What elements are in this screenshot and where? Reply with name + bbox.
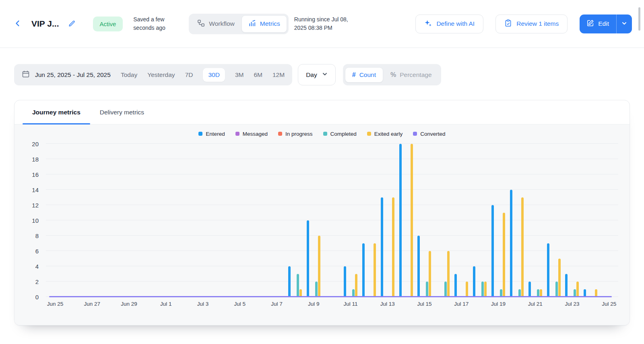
bar-exited-early[interactable]	[576, 282, 579, 297]
preset-6m[interactable]: 6M	[254, 68, 262, 82]
bar-group	[433, 144, 452, 297]
bar-entered[interactable]	[399, 144, 402, 297]
bar-entered[interactable]	[491, 205, 494, 297]
percentage-label: Percentage	[400, 71, 431, 79]
bar-exited-early[interactable]	[411, 144, 413, 297]
legend-label: Messaged	[243, 131, 268, 137]
x-tick-spacer	[508, 301, 526, 307]
bar-completed[interactable]	[297, 274, 299, 297]
x-tick-spacer	[433, 301, 452, 307]
edit-button[interactable]: Edit	[580, 15, 616, 33]
hash-icon: #	[352, 71, 356, 79]
preset-3m[interactable]: 3M	[235, 68, 244, 82]
y-tick-label: 2	[35, 278, 39, 285]
legend-item-entered[interactable]: Entered	[198, 131, 225, 137]
review-items-button[interactable]: Review 1 items	[495, 15, 568, 33]
x-tick-spacer	[212, 301, 231, 307]
edit-dropdown-button[interactable]	[616, 15, 632, 33]
preset-today[interactable]: Today	[121, 68, 137, 82]
bar-group	[545, 144, 563, 297]
x-tick-spacer	[101, 301, 120, 307]
bar-completed[interactable]	[426, 282, 428, 297]
scrollbar[interactable]	[638, 7, 640, 31]
bar-entered[interactable]	[307, 220, 309, 297]
view-toggle: Workflow Metrics	[189, 14, 288, 34]
bar-entered[interactable]	[473, 266, 475, 297]
x-tick-label: Jul 15	[415, 301, 434, 307]
legend-item-completed[interactable]: Completed	[323, 131, 357, 137]
date-range-picker[interactable]: Jun 25, 2025 - Jul 25, 2025	[22, 70, 111, 80]
legend-item-exited-early[interactable]: Exited early	[367, 131, 403, 137]
bar-entered[interactable]	[362, 243, 365, 297]
tab-journey-metrics[interactable]: Journey metrics	[23, 100, 90, 124]
count-toggle[interactable]: # Count	[345, 67, 383, 83]
bar-entered[interactable]	[344, 266, 346, 297]
bar-exited-early[interactable]	[447, 251, 450, 297]
legend-item-in-progress[interactable]: In progress	[278, 131, 313, 137]
bar-completed[interactable]	[555, 282, 558, 297]
converted-zero-line	[49, 296, 612, 298]
bar-exited-early[interactable]	[466, 282, 468, 297]
bar-entered[interactable]	[565, 274, 568, 297]
bar-completed[interactable]	[481, 282, 484, 297]
legend-label: Converted	[420, 131, 445, 137]
count-label: Count	[359, 71, 376, 79]
bar-exited-early[interactable]	[429, 251, 431, 297]
x-tick-label: Jun 27	[83, 301, 101, 307]
bar-group	[526, 144, 545, 297]
preset-30d[interactable]: 30D	[203, 68, 225, 82]
x-tick-label: Jul 3	[194, 301, 212, 307]
status-badge: Active	[93, 17, 123, 31]
bar-exited-early[interactable]	[374, 243, 376, 297]
view-toggle-workflow[interactable]: Workflow	[190, 15, 241, 33]
bar-exited-early[interactable]	[503, 213, 505, 297]
chevron-down-icon	[322, 71, 328, 79]
legend-label: Completed	[330, 131, 357, 137]
bar-exited-early[interactable]	[318, 236, 320, 297]
define-with-ai-button[interactable]: Define with AI	[415, 15, 483, 33]
bar-entered[interactable]	[510, 190, 512, 297]
legend-label: In progress	[285, 131, 313, 137]
x-tick-spacer	[323, 301, 341, 307]
x-tick-label: Jul 21	[526, 301, 545, 307]
legend-item-converted[interactable]: Converted	[413, 131, 445, 137]
bar-group	[489, 144, 508, 297]
bar-entered[interactable]	[288, 266, 291, 297]
bar-completed[interactable]	[315, 282, 318, 297]
edit-split-button[interactable]: Edit	[580, 15, 632, 33]
view-toggle-metrics[interactable]: Metrics	[242, 15, 287, 33]
bar-exited-early[interactable]	[521, 197, 524, 297]
bar-group	[508, 144, 526, 297]
granularity-dropdown[interactable]: Day	[298, 64, 336, 85]
y-tick-label: 10	[32, 217, 39, 224]
bar-completed[interactable]	[444, 282, 447, 297]
metrics-card: Journey metrics Delivery metrics Entered…	[14, 100, 630, 325]
y-tick-label: 16	[32, 171, 39, 178]
bar-exited-early[interactable]	[484, 282, 487, 297]
bar-group	[600, 144, 618, 297]
bar-exited-early[interactable]	[355, 274, 357, 297]
rename-button[interactable]	[66, 18, 78, 30]
bar-group	[212, 144, 231, 297]
saved-status-text: Saved a few seconds ago	[133, 15, 173, 32]
bar-entered[interactable]	[454, 274, 457, 297]
bars-layer	[46, 144, 618, 297]
bar-group	[563, 144, 582, 297]
bar-entered[interactable]	[528, 282, 531, 297]
preset-12m[interactable]: 12M	[272, 68, 285, 82]
bar-group	[471, 144, 489, 297]
percentage-toggle[interactable]: % Percentage	[383, 67, 439, 83]
x-tick-spacer	[545, 301, 563, 307]
bar-group	[581, 144, 600, 297]
preset-7d[interactable]: 7D	[185, 68, 193, 82]
bar-entered[interactable]	[381, 197, 383, 297]
bar-entered[interactable]	[417, 236, 420, 297]
back-button[interactable]	[12, 18, 23, 30]
legend-item-messaged[interactable]: Messaged	[235, 131, 268, 137]
bar-group	[360, 144, 378, 297]
bar-exited-early[interactable]	[558, 259, 561, 297]
preset-yesterday[interactable]: Yesterday	[147, 68, 175, 82]
tab-delivery-metrics[interactable]: Delivery metrics	[90, 100, 154, 124]
bar-entered[interactable]	[547, 243, 549, 297]
bar-exited-early[interactable]	[392, 197, 394, 297]
